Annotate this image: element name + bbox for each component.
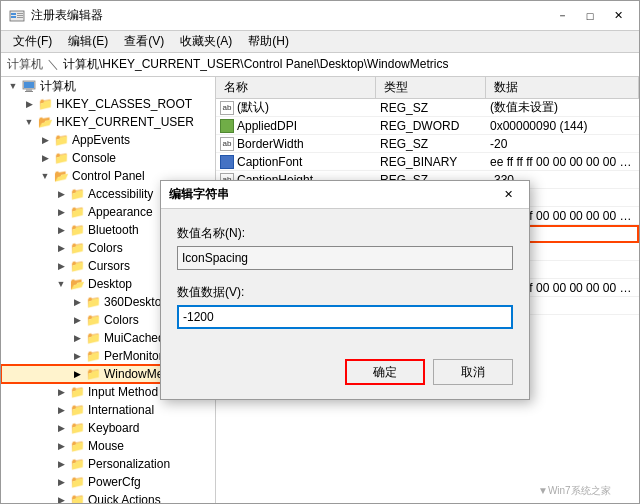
td-name: ab (默认)	[216, 99, 376, 116]
svg-rect-8	[26, 89, 32, 91]
edit-string-dialog: 编辑字符串 ✕ 数值名称(N): 数值数据(V): 确定 取消	[160, 180, 530, 400]
table-row[interactable]: CaptionFont REG_BINARY ee ff ff ff 00 00…	[216, 153, 639, 171]
personalization-label: Personalization	[88, 457, 170, 471]
td-data: -20	[486, 137, 639, 151]
permonitorsettings-icon	[85, 348, 101, 364]
title-bar-left: 注册表编辑器	[9, 7, 103, 24]
cursors-icon	[69, 258, 85, 274]
row-name: CaptionFont	[237, 155, 302, 169]
expander-permonitorsettings[interactable]: ▶	[69, 348, 85, 364]
tree-item-hkcr[interactable]: ▶ HKEY_CLASSES_ROOT	[1, 95, 215, 113]
hkcr-icon	[37, 96, 53, 112]
expander-colors2[interactable]: ▶	[69, 312, 85, 328]
row-name: (默认)	[237, 99, 269, 116]
th-name: 名称	[216, 77, 376, 98]
menu-view[interactable]: 查看(V)	[116, 31, 172, 52]
tree-item-mouse[interactable]: ▶ Mouse	[1, 437, 215, 455]
reg-icon-sz: ab	[220, 101, 234, 115]
quickactions-label: Quick Actions	[88, 493, 161, 503]
data-input[interactable]	[177, 305, 513, 329]
expander-powercfg[interactable]: ▶	[53, 474, 69, 490]
expander-quickactions[interactable]: ▶	[53, 492, 69, 503]
colors2-icon	[85, 312, 101, 328]
expander-desktop[interactable]: ▼	[53, 276, 69, 292]
window-title: 注册表编辑器	[31, 7, 103, 24]
mouse-icon	[69, 438, 85, 454]
td-name: CaptionFont	[216, 155, 376, 169]
expander-cursors[interactable]: ▶	[53, 258, 69, 274]
td-type: REG_BINARY	[376, 155, 486, 169]
title-controls: － □ ✕	[549, 6, 631, 26]
address-label: 计算机	[7, 56, 43, 73]
name-input[interactable]	[177, 246, 513, 270]
expander-hkcu[interactable]: ▼	[21, 114, 37, 130]
desktop-label: Desktop	[88, 277, 132, 291]
name-field-group: 数值名称(N):	[177, 225, 513, 270]
table-row[interactable]: AppliedDPI REG_DWORD 0x00000090 (144)	[216, 117, 639, 135]
expander-console[interactable]: ▶	[37, 150, 53, 166]
reg-icon-sz: ab	[220, 137, 234, 151]
svg-rect-3	[17, 13, 23, 14]
svg-rect-7	[24, 82, 34, 88]
cursors-label: Cursors	[88, 259, 130, 273]
data-field-group: 数值数据(V):	[177, 284, 513, 329]
console-label: Console	[72, 151, 116, 165]
td-name: ab BorderWidth	[216, 137, 376, 151]
menu-favorites[interactable]: 收藏夹(A)	[172, 31, 240, 52]
expander-computer[interactable]: ▼	[5, 78, 21, 94]
svg-rect-9	[25, 91, 33, 92]
menu-bar: 文件(F) 编辑(E) 查看(V) 收藏夹(A) 帮助(H)	[1, 31, 639, 53]
international-icon	[69, 402, 85, 418]
data-label: 数值数据(V):	[177, 284, 513, 301]
tree-item-quickactions[interactable]: ▶ Quick Actions	[1, 491, 215, 503]
personalization-icon	[69, 456, 85, 472]
tree-item-hkcu[interactable]: ▼ HKEY_CURRENT_USER	[1, 113, 215, 131]
computer-icon	[21, 78, 37, 94]
appearance-label: Appearance	[88, 205, 153, 219]
expander-appevents[interactable]: ▶	[37, 132, 53, 148]
ok-button[interactable]: 确定	[345, 359, 425, 385]
reg-icon-binary	[220, 155, 234, 169]
menu-file[interactable]: 文件(F)	[5, 31, 60, 52]
tree-item-console[interactable]: ▶ Console	[1, 149, 215, 167]
expander-hkcr[interactable]: ▶	[21, 96, 37, 112]
expander-360desktoplit[interactable]: ▶	[69, 294, 85, 310]
appevents-label: AppEvents	[72, 133, 130, 147]
tree-item-powercfg[interactable]: ▶ PowerCfg	[1, 473, 215, 491]
table-row[interactable]: ab (默认) REG_SZ (数值未设置)	[216, 99, 639, 117]
maximize-button[interactable]: □	[577, 6, 603, 26]
expander-accessibility[interactable]: ▶	[53, 186, 69, 202]
table-header: 名称 类型 数据	[216, 77, 639, 99]
address-bar: 计算机 ＼ 计算机\HKEY_CURRENT_USER\Control Pane…	[1, 53, 639, 77]
dialog-close-button[interactable]: ✕	[495, 185, 521, 205]
expander-colors[interactable]: ▶	[53, 240, 69, 256]
tree-item-international[interactable]: ▶ International	[1, 401, 215, 419]
expander-inputmethod[interactable]: ▶	[53, 384, 69, 400]
expander-personalization[interactable]: ▶	[53, 456, 69, 472]
hkcu-label: HKEY_CURRENT_USER	[56, 115, 194, 129]
expander-mouse[interactable]: ▶	[53, 438, 69, 454]
minimize-button[interactable]: －	[549, 6, 575, 26]
inputmethod-label: Input Method	[88, 385, 158, 399]
cancel-button[interactable]: 取消	[433, 359, 513, 385]
tree-item-personalization[interactable]: ▶ Personalization	[1, 455, 215, 473]
tree-item-keyboard[interactable]: ▶ Keyboard	[1, 419, 215, 437]
dialog-title-bar: 编辑字符串 ✕	[161, 181, 529, 209]
table-row[interactable]: ab BorderWidth REG_SZ -20	[216, 135, 639, 153]
expander-international[interactable]: ▶	[53, 402, 69, 418]
windowmetrics-icon	[85, 366, 101, 382]
keyboard-icon	[69, 420, 85, 436]
tree-item-computer[interactable]: ▼ 计算机	[1, 77, 215, 95]
expander-muicached[interactable]: ▶	[69, 330, 85, 346]
menu-help[interactable]: 帮助(H)	[240, 31, 297, 52]
close-button[interactable]: ✕	[605, 6, 631, 26]
quickactions-icon	[69, 492, 85, 503]
expander-bluetooth[interactable]: ▶	[53, 222, 69, 238]
expander-controlpanel[interactable]: ▼	[37, 168, 53, 184]
hkcu-icon	[37, 114, 53, 130]
menu-edit[interactable]: 编辑(E)	[60, 31, 116, 52]
tree-item-appevents[interactable]: ▶ AppEvents	[1, 131, 215, 149]
expander-appearance[interactable]: ▶	[53, 204, 69, 220]
expander-windowmetrics[interactable]: ▶	[69, 366, 85, 382]
expander-keyboard[interactable]: ▶	[53, 420, 69, 436]
